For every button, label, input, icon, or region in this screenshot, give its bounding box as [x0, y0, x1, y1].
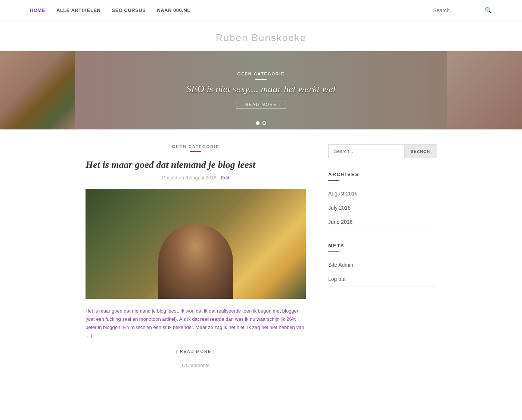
post-category: GEEN CATEGORIE [86, 144, 306, 149]
content-area: GEEN CATEGORIE Het is maar goed dat niem… [86, 144, 306, 368]
sidebar: SEARCH ARCHIVES August 2016 July 2016 Ju… [328, 144, 436, 368]
meta-log-out[interactable]: Log out [328, 276, 346, 282]
sidebar-archives-section: ARCHIVES August 2016 July 2016 June 2016 [328, 172, 436, 229]
nav-search-area: 🔍 [433, 7, 492, 14]
archive-aug-2016[interactable]: August 2016 [328, 191, 358, 197]
post-excerpt: Het is maar goed dat niemand je blog lee… [86, 307, 306, 340]
sidebar-meta-list: Site Admin Log out [328, 258, 436, 286]
nav-search-input[interactable] [433, 7, 482, 13]
post-title: Het is maar goed dat niemand je blog lee… [86, 159, 306, 171]
sidebar-search-area: SEARCH [328, 144, 436, 158]
list-item: August 2016 [328, 187, 436, 201]
post-date: Posted on 6 August 2016 [162, 175, 216, 181]
site-title: Ruben Bunskoeke [0, 21, 522, 51]
list-item: July 2016 [328, 201, 436, 215]
hero-read-more-button[interactable]: | READ MORE | [236, 100, 286, 109]
nav-seo-cursus[interactable]: SEO CURSUS [112, 7, 146, 13]
list-item: June 2016 [328, 215, 436, 229]
sidebar-archives-divider [328, 180, 339, 181]
hero-divider [255, 79, 267, 80]
sidebar-search-button[interactable]: SEARCH [405, 144, 436, 158]
nav-naar-000[interactable]: NAAR 000.NL [157, 7, 190, 13]
sidebar-archives-list: August 2016 July 2016 June 2016 [328, 187, 436, 229]
post-read-more-link[interactable]: | READ MORE | [176, 349, 215, 354]
sidebar-archives-heading: ARCHIVES [328, 172, 436, 177]
main-container: GEEN CATEGORIE Het is maar goed dat niem… [56, 129, 466, 383]
meta-site-admin[interactable]: Site Admin [328, 262, 353, 268]
nav-alle-artikelen[interactable]: ALLE ARTIKELEN [56, 7, 100, 13]
post-image-person [158, 224, 233, 299]
hero-read-more-label: | READ MORE | [242, 102, 280, 107]
post-category-divider [190, 151, 201, 152]
hero-content: GEEN CATEGORIE SEO is niet sexy.... maar… [186, 72, 335, 109]
sidebar-search-input[interactable] [328, 144, 405, 158]
post-read-more-area: | READ MORE | [86, 348, 306, 354]
post-meta: Posted on 6 August 2016 Edit [86, 175, 306, 181]
hero-slider: GEEN CATEGORIE SEO is niet sexy.... maar… [0, 51, 522, 129]
navbar: HOME ALLE ARTIKELEN SEO CURSUS NAAR 000.… [0, 0, 522, 21]
post-featured-image [86, 189, 306, 299]
archive-jul-2016[interactable]: July 2016 [328, 205, 351, 211]
archive-jun-2016[interactable]: June 2016 [328, 219, 352, 225]
hero-dot-2[interactable] [262, 121, 266, 125]
hero-title: SEO is niet sexy.... maar het werkt wel [186, 84, 335, 95]
list-item: Site Admin [328, 258, 436, 272]
sidebar-meta-section: META Site Admin Log out [328, 243, 436, 286]
post-edit-link[interactable]: Edit [221, 175, 229, 181]
hero-background: GEEN CATEGORIE SEO is niet sexy.... maar… [0, 51, 522, 129]
post-comments[interactable]: 6 Comments [86, 363, 306, 368]
hero-category: GEEN CATEGORIE [186, 72, 335, 76]
hero-dots [256, 121, 266, 125]
nav-search-icon[interactable]: 🔍 [485, 7, 492, 14]
list-item: Log out [328, 272, 436, 286]
sidebar-meta-divider [328, 251, 339, 252]
sidebar-meta-heading: META [328, 243, 436, 248]
hero-dot-1[interactable] [256, 121, 260, 125]
nav-links: HOME ALLE ARTIKELEN SEO CURSUS NAAR 000.… [30, 7, 190, 13]
nav-home[interactable]: HOME [30, 7, 45, 13]
